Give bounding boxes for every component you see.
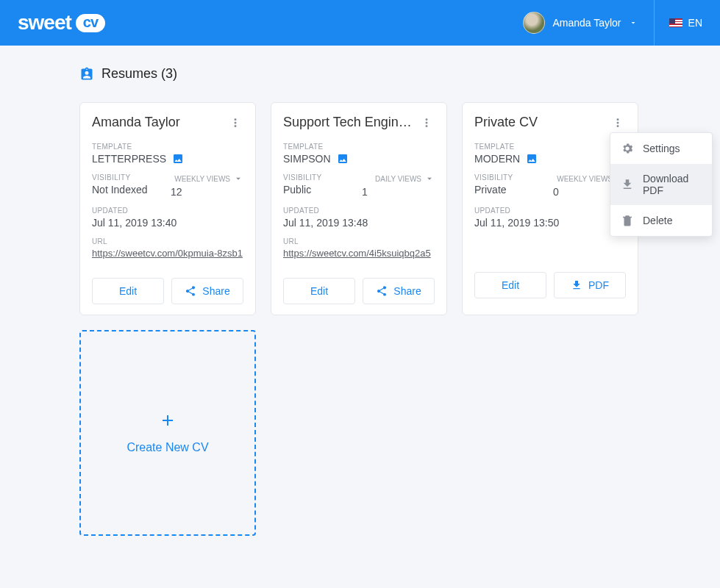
plus-icon bbox=[159, 412, 177, 429]
share-button[interactable]: Share bbox=[363, 278, 435, 304]
resume-card: Support Tech Enginee... TEMPLATE SIMPSON… bbox=[271, 102, 447, 315]
avatar bbox=[523, 12, 545, 34]
url-label: URL bbox=[283, 237, 435, 245]
page-title: Resumes (3) bbox=[79, 66, 641, 82]
url-value[interactable]: https://sweetcv.com/4i5ksuiqbq2a5 bbox=[283, 248, 435, 259]
create-new-cv[interactable]: Create New CV bbox=[79, 330, 256, 536]
template-value: LETTERPRESS bbox=[92, 153, 166, 165]
visibility-label: VISIBILITY bbox=[283, 173, 356, 182]
flag-us-icon bbox=[669, 18, 682, 27]
menu-delete-label: Delete bbox=[643, 215, 672, 226]
template-label: TEMPLATE bbox=[92, 143, 243, 151]
page-title-text: Resumes (3) bbox=[101, 66, 177, 82]
card-title: Amanda Taylor bbox=[92, 115, 180, 130]
create-new-cv-label: Create New CV bbox=[126, 441, 208, 454]
url-label: URL bbox=[92, 237, 243, 245]
edit-button[interactable]: Edit bbox=[474, 272, 546, 298]
template-label: TEMPLATE bbox=[283, 143, 435, 151]
updated-value: Jul 11, 2019 13:40 bbox=[92, 217, 243, 229]
visibility-label: VISIBILITY bbox=[474, 173, 547, 182]
logo-sweet: sweet bbox=[18, 11, 71, 35]
visibility-value: Not Indexed bbox=[92, 184, 165, 196]
views-label: WEEKLY VIEWS bbox=[174, 175, 230, 183]
user-name: Amanda Taylor bbox=[552, 17, 621, 29]
views-value: 12 bbox=[171, 186, 243, 198]
menu-delete[interactable]: Delete bbox=[610, 205, 712, 236]
visibility-value: Public bbox=[283, 184, 356, 196]
more-button[interactable] bbox=[227, 115, 243, 134]
resume-card: Amanda Taylor TEMPLATE LETTERPRESS VISIB… bbox=[79, 102, 256, 315]
card-title: Private CV bbox=[474, 115, 538, 130]
download-icon bbox=[571, 279, 582, 291]
template-value: SIMPSON bbox=[283, 153, 331, 165]
image-icon[interactable] bbox=[526, 153, 538, 165]
views-label: WEEKLY VIEWS bbox=[557, 175, 613, 183]
logo[interactable]: sweet cv bbox=[18, 11, 105, 35]
image-icon[interactable] bbox=[337, 153, 349, 165]
template-label: TEMPLATE bbox=[474, 143, 626, 151]
views-value: 1 bbox=[362, 186, 435, 198]
menu-settings-label: Settings bbox=[643, 143, 680, 154]
url-value[interactable]: https://sweetcv.com/0kpmuia-8zsb1 bbox=[92, 248, 243, 259]
more-vert-icon bbox=[611, 116, 624, 129]
resume-grid: Amanda Taylor TEMPLATE LETTERPRESS VISIB… bbox=[79, 102, 641, 536]
language-selector[interactable]: EN bbox=[669, 17, 702, 29]
visibility-label: VISIBILITY bbox=[92, 173, 165, 182]
resumes-icon bbox=[79, 67, 94, 82]
views-label: DAILY VIEWS bbox=[375, 175, 421, 183]
template-value: MODERN bbox=[474, 153, 520, 165]
updated-label: UPDATED bbox=[92, 207, 243, 215]
menu-settings[interactable]: Settings bbox=[610, 133, 712, 164]
language-code: EN bbox=[688, 17, 702, 29]
updated-value: Jul 11, 2019 13:50 bbox=[474, 217, 626, 229]
views-selector[interactable]: WEEKLY VIEWS bbox=[171, 173, 243, 184]
pdf-button[interactable]: PDF bbox=[554, 272, 626, 298]
updated-label: UPDATED bbox=[474, 207, 626, 215]
updated-value: Jul 11, 2019 13:48 bbox=[283, 217, 435, 229]
edit-button[interactable]: Edit bbox=[283, 278, 355, 304]
menu-download-pdf-label: Download PDF bbox=[643, 173, 702, 196]
visibility-value: Private bbox=[474, 184, 547, 196]
card-title: Support Tech Enginee... bbox=[283, 115, 416, 130]
more-vert-icon bbox=[229, 116, 242, 129]
more-button[interactable] bbox=[418, 115, 435, 134]
share-button[interactable]: Share bbox=[171, 278, 243, 304]
download-icon bbox=[621, 178, 634, 191]
card-context-menu: Settings Download PDF Delete bbox=[610, 132, 713, 237]
chevron-down-icon bbox=[629, 18, 638, 27]
dropdown-icon bbox=[424, 173, 435, 184]
user-menu[interactable]: Amanda Taylor bbox=[523, 0, 654, 46]
gear-icon bbox=[621, 142, 634, 155]
more-button[interactable] bbox=[610, 115, 626, 134]
menu-download-pdf[interactable]: Download PDF bbox=[610, 164, 712, 205]
dropdown-icon bbox=[233, 173, 243, 184]
trash-icon bbox=[621, 214, 634, 227]
updated-label: UPDATED bbox=[283, 207, 435, 215]
logo-cv: cv bbox=[76, 14, 105, 32]
more-vert-icon bbox=[420, 116, 433, 129]
share-icon bbox=[185, 285, 196, 297]
views-selector[interactable]: DAILY VIEWS bbox=[362, 173, 435, 184]
image-icon[interactable] bbox=[172, 153, 184, 165]
app-header: sweet cv Amanda Taylor EN bbox=[0, 0, 720, 46]
edit-button[interactable]: Edit bbox=[92, 278, 164, 304]
share-icon bbox=[376, 285, 388, 297]
